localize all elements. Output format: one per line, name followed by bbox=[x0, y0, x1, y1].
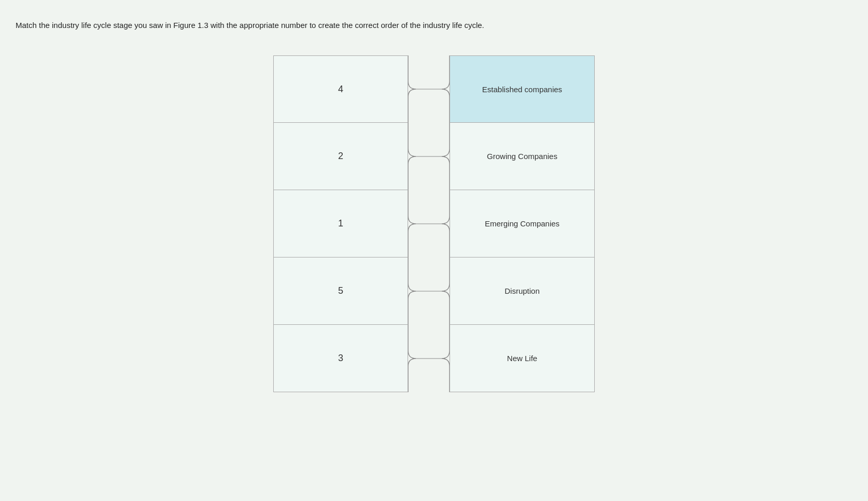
right-box-emerging[interactable]: Emerging Companies bbox=[450, 190, 595, 257]
connector-2 bbox=[408, 190, 450, 257]
left-box-4[interactable]: 4 bbox=[273, 55, 408, 123]
left-column: 42153 bbox=[273, 55, 408, 392]
connector-3 bbox=[408, 257, 450, 325]
instruction-text: Match the industry life cycle stage you … bbox=[16, 21, 586, 30]
left-box-1[interactable]: 1 bbox=[273, 190, 408, 257]
right-box-disruption[interactable]: Disruption bbox=[450, 257, 595, 325]
matching-exercise: 42153 Established companiesGrowing Compa… bbox=[16, 55, 852, 392]
connector-4 bbox=[408, 325, 450, 392]
left-box-2[interactable]: 2 bbox=[273, 123, 408, 190]
right-box-new-life[interactable]: New Life bbox=[450, 325, 595, 392]
right-column: Established companiesGrowing CompaniesEm… bbox=[450, 55, 595, 392]
connector-column bbox=[408, 55, 450, 392]
left-box-5[interactable]: 5 bbox=[273, 257, 408, 325]
left-box-3[interactable]: 3 bbox=[273, 325, 408, 392]
connector-0 bbox=[408, 55, 450, 123]
connector-1 bbox=[408, 123, 450, 190]
right-box-established[interactable]: Established companies bbox=[450, 55, 595, 123]
right-box-growing[interactable]: Growing Companies bbox=[450, 123, 595, 190]
